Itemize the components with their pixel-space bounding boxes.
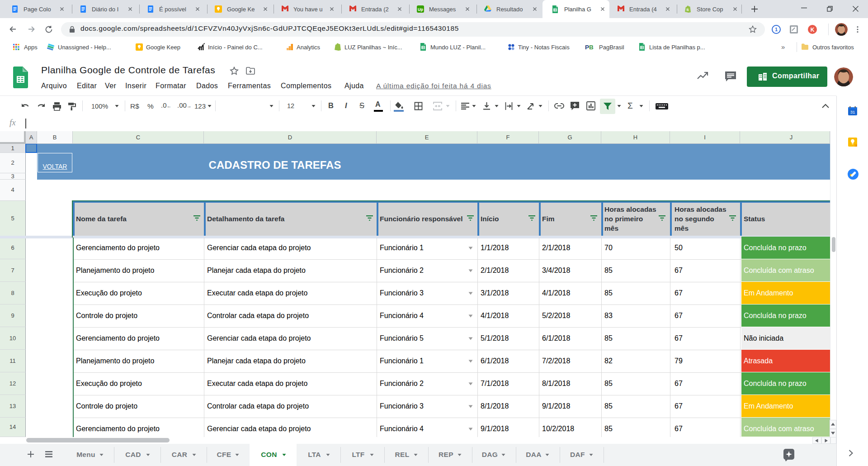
svg-text:S: S: [686, 8, 689, 12]
svg-text:Up: Up: [418, 7, 423, 12]
svg-text:K: K: [811, 27, 815, 33]
svg-text:31: 31: [850, 109, 855, 114]
svg-text:1: 1: [775, 27, 778, 32]
